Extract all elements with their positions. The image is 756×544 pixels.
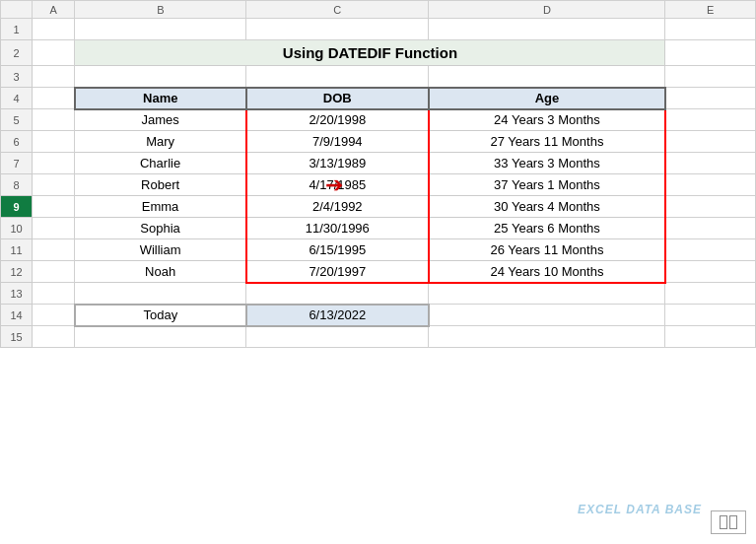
col-C-header: C xyxy=(246,1,429,19)
age-9[interactable]: 30 Years 4 Months xyxy=(429,196,665,218)
age-11[interactable]: 26 Years 11 Months xyxy=(429,239,665,261)
a6[interactable] xyxy=(33,131,75,153)
row-10: 10Sophia11/30/199625 Years 6 Months xyxy=(1,218,756,239)
a3[interactable] xyxy=(33,66,75,88)
age-8[interactable]: 37 Years 1 Months xyxy=(429,174,665,196)
a2[interactable] xyxy=(33,40,75,66)
arrow-indicator: ➔ xyxy=(325,172,343,198)
b15[interactable] xyxy=(75,326,246,348)
row-num-3: 3 xyxy=(1,66,33,88)
a10[interactable] xyxy=(33,218,75,239)
row-num-10: 10 xyxy=(1,218,33,239)
dob-7[interactable]: 3/13/1989 xyxy=(246,153,429,174)
e8[interactable] xyxy=(665,174,756,196)
col-D-header: D xyxy=(429,1,665,19)
a11[interactable] xyxy=(33,239,75,261)
row-4: 4NameDOBAge xyxy=(1,88,756,109)
row-num-6: 6 xyxy=(1,131,33,153)
row-num-7: 7 xyxy=(1,153,33,174)
a1[interactable] xyxy=(33,19,75,40)
row-6: 6Mary7/9/199427 Years 11 Months xyxy=(1,131,756,153)
a15[interactable] xyxy=(33,326,75,348)
age-7[interactable]: 33 Years 3 Months xyxy=(429,153,665,174)
d15[interactable] xyxy=(429,326,665,348)
th-age: Age xyxy=(429,88,665,109)
col-header-row: ABCDE xyxy=(1,1,756,19)
e13[interactable] xyxy=(665,283,756,305)
e15[interactable] xyxy=(665,326,756,348)
a9[interactable] xyxy=(33,196,75,218)
d13[interactable] xyxy=(429,283,665,305)
name-9[interactable]: Emma xyxy=(75,196,246,218)
row-num-1: 1 xyxy=(1,19,33,40)
a7[interactable] xyxy=(33,153,75,174)
a14[interactable] xyxy=(33,305,75,326)
e9[interactable] xyxy=(665,196,756,218)
b1[interactable] xyxy=(75,19,246,40)
today-value-cell[interactable]: 6/13/2022 xyxy=(246,305,429,326)
e3[interactable] xyxy=(665,66,756,88)
e10[interactable] xyxy=(665,218,756,239)
watermark: EXCEL DATA BASE xyxy=(578,503,702,516)
name-6[interactable]: Mary xyxy=(75,131,246,153)
row-15: 15 xyxy=(1,326,756,348)
dob-6[interactable]: 7/9/1994 xyxy=(246,131,429,153)
b13[interactable] xyxy=(75,283,246,305)
a8[interactable] xyxy=(33,174,75,196)
name-8[interactable]: Robert xyxy=(75,174,246,196)
c1[interactable] xyxy=(246,19,429,40)
row-12: 12Noah7/20/199724 Years 10 Months xyxy=(1,261,756,283)
age-12[interactable]: 24 Years 10 Months xyxy=(429,261,665,283)
b3[interactable] xyxy=(75,66,246,88)
row-14: 14Today6/13/2022 xyxy=(1,305,756,326)
name-12[interactable]: Noah xyxy=(75,261,246,283)
e1[interactable] xyxy=(665,19,756,40)
row-num-8: 8 xyxy=(1,174,33,196)
row-num-14: 14 xyxy=(1,305,33,326)
d14[interactable] xyxy=(429,305,665,326)
d3[interactable] xyxy=(429,66,665,88)
row-num-12: 12 xyxy=(1,261,33,283)
title-cell: Using DATEDIF Function xyxy=(75,40,665,66)
dob-5[interactable]: 2/20/1998 xyxy=(246,109,429,131)
dob-9[interactable]: 2/4/1992 xyxy=(246,196,429,218)
dob-10[interactable]: 11/30/1996 xyxy=(246,218,429,239)
e11[interactable] xyxy=(665,239,756,261)
a12[interactable] xyxy=(33,261,75,283)
age-10[interactable]: 25 Years 6 Months xyxy=(429,218,665,239)
row-num-15: 15 xyxy=(1,326,33,348)
e2[interactable] xyxy=(665,40,756,66)
d1[interactable] xyxy=(429,19,665,40)
col-B-header: B xyxy=(75,1,246,19)
dob-11[interactable]: 6/15/1995 xyxy=(246,239,429,261)
name-10[interactable]: Sophia xyxy=(75,218,246,239)
age-5[interactable]: 24 Years 3 Months xyxy=(429,109,665,131)
th-dob: DOB xyxy=(246,88,429,109)
name-11[interactable]: William xyxy=(75,239,246,261)
age-6[interactable]: 27 Years 11 Months xyxy=(429,131,665,153)
a4[interactable] xyxy=(33,88,75,109)
a5[interactable] xyxy=(33,109,75,131)
e6[interactable] xyxy=(665,131,756,153)
today-label-cell: Today xyxy=(75,305,246,326)
name-7[interactable]: Charlie xyxy=(75,153,246,174)
e12[interactable] xyxy=(665,261,756,283)
e14[interactable] xyxy=(665,305,756,326)
row-num-11: 11 xyxy=(1,239,33,261)
c13[interactable] xyxy=(246,283,429,305)
row-2: 2Using DATEDIF Function xyxy=(1,40,756,66)
e5[interactable] xyxy=(665,109,756,131)
a13[interactable] xyxy=(33,283,75,305)
row-9: 9Emma2/4/199230 Years 4 Months xyxy=(1,196,756,218)
c3[interactable] xyxy=(246,66,429,88)
name-5[interactable]: James xyxy=(75,109,246,131)
e4[interactable] xyxy=(665,88,756,109)
e7[interactable] xyxy=(665,153,756,174)
th-name: Name xyxy=(75,88,246,109)
row-num-5: 5 xyxy=(1,109,33,131)
c15[interactable] xyxy=(246,326,429,348)
row-num-2: 2 xyxy=(1,40,33,66)
dob-12[interactable]: 7/20/1997 xyxy=(246,261,429,283)
row-3: 3 xyxy=(1,66,756,88)
page-layout-icon[interactable] xyxy=(711,510,746,534)
